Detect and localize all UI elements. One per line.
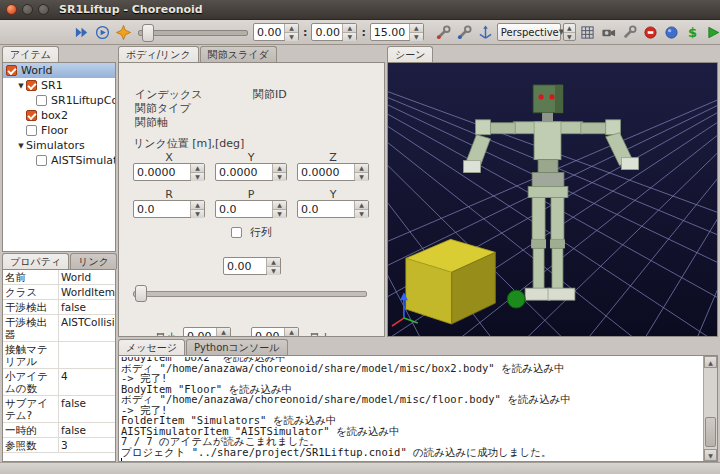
time-mid-value[interactable]: 0.00: [312, 24, 342, 40]
spin-down-icon[interactable]: ▼: [273, 210, 286, 218]
message-scrollbar[interactable]: ▲ ▼: [703, 356, 717, 461]
tab-property[interactable]: プロパティ: [2, 253, 69, 269]
joint-slider-handle[interactable]: [135, 285, 147, 302]
maximize-button[interactable]: [38, 4, 49, 15]
restore-initial-state-button[interactable]: [662, 23, 681, 42]
property-value[interactable]: 4: [59, 369, 115, 395]
spin-down-icon[interactable]: ▼: [564, 33, 575, 41]
spin-up-icon[interactable]: ▲: [564, 24, 575, 33]
item-checkbox[interactable]: [6, 65, 17, 76]
camera-selector[interactable]: Perspective ▼: [497, 23, 561, 41]
max-value[interactable]: 0.00: [252, 328, 284, 337]
axes-button[interactable]: [476, 23, 495, 42]
spin-up-icon[interactable]: ▲: [267, 258, 280, 267]
tab-python-console[interactable]: Pythonコンソール: [186, 339, 288, 355]
min-spinbox[interactable]: 0.00▲▼: [183, 327, 231, 337]
tree-item-aistsimulator[interactable]: AISTSimulator: [3, 153, 115, 168]
p-value[interactable]: 0.0: [216, 201, 272, 217]
z-value[interactable]: 0.0000: [298, 164, 354, 180]
tab-message[interactable]: メッセージ: [118, 339, 185, 355]
item-checkbox[interactable]: [36, 95, 47, 106]
edit-mode-button[interactable]: [434, 23, 453, 42]
x-spinbox[interactable]: 0.0000▲▼: [133, 163, 205, 181]
tree-item-simulators[interactable]: ▼Simulators: [3, 138, 115, 153]
spin-up-icon[interactable]: ▲: [285, 24, 298, 33]
spin-down-icon[interactable]: ▼: [267, 267, 280, 275]
min-value[interactable]: 0.00: [184, 328, 216, 337]
spin-down-icon[interactable]: ▼: [355, 210, 368, 218]
r-spinbox[interactable]: 0.0▲▼: [133, 200, 205, 218]
tab-items[interactable]: アイテム: [2, 46, 59, 62]
scene-viewport[interactable]: [387, 62, 718, 337]
play-button[interactable]: [93, 23, 112, 42]
camera-spinner[interactable]: ▲▼: [563, 23, 576, 41]
max-spinbox[interactable]: 0.00▲▼: [251, 327, 299, 337]
grid-toggle-button[interactable]: [578, 23, 597, 42]
pick-mode-button[interactable]: [455, 23, 474, 42]
spin-up-icon[interactable]: ▲: [191, 164, 204, 173]
item-checkbox[interactable]: [26, 110, 37, 121]
scroll-down-icon[interactable]: ▼: [704, 449, 717, 461]
property-value[interactable]: [59, 342, 115, 368]
tab-body-link[interactable]: ボディ/リンク: [118, 46, 199, 62]
time-current-spinbox[interactable]: 0.00 ▲▼: [253, 23, 299, 41]
z-spinbox[interactable]: 0.0000▲▼: [297, 163, 369, 181]
play-from-start-button[interactable]: [72, 23, 91, 42]
time-slider-groove[interactable]: [138, 30, 248, 36]
simulation-time-button[interactable]: $: [683, 23, 702, 42]
spin-up-icon[interactable]: ▲: [273, 164, 286, 173]
start-simulation-button[interactable]: [704, 23, 720, 42]
property-value[interactable]: AISTCollisi: [59, 315, 115, 341]
time-slider-handle[interactable]: [142, 24, 154, 42]
capture-button[interactable]: [599, 23, 618, 42]
spin-down-icon[interactable]: ▼: [273, 173, 286, 181]
spin-up-icon[interactable]: ▲: [191, 201, 204, 210]
scene-config-button[interactable]: [620, 23, 639, 42]
spin-down-icon[interactable]: ▼: [191, 210, 204, 218]
tab-scene[interactable]: シーン: [387, 46, 433, 62]
spin-down-icon[interactable]: ▼: [355, 173, 368, 181]
spin-up-icon[interactable]: ▲: [217, 328, 230, 337]
store-initial-state-button[interactable]: [641, 23, 660, 42]
spin-up-icon[interactable]: ▲: [273, 201, 286, 210]
time-range-value[interactable]: 15.00: [371, 24, 409, 40]
property-value[interactable]: WorldItem: [59, 285, 115, 299]
y-value[interactable]: 0.0000: [216, 164, 272, 180]
spin-up-icon[interactable]: ▲: [355, 201, 368, 210]
joint-slider-groove[interactable]: [133, 291, 367, 297]
tree-item-sr1[interactable]: ▼SR1: [3, 78, 115, 93]
scroll-up-icon[interactable]: ▲: [704, 356, 717, 368]
tree-item-floor[interactable]: Floor: [3, 123, 115, 138]
r-value[interactable]: 0.0: [134, 201, 190, 217]
yaw-spinbox[interactable]: 0.0▲▼: [297, 200, 369, 218]
tree-item-world[interactable]: World: [3, 63, 115, 78]
joint-value[interactable]: 0.00: [224, 258, 266, 274]
spin-down-icon[interactable]: ▼: [343, 33, 356, 41]
yaw-value[interactable]: 0.0: [298, 201, 354, 217]
spin-up-icon[interactable]: ▲: [285, 328, 298, 337]
spin-up-icon[interactable]: ▲: [355, 164, 368, 173]
close-button[interactable]: [6, 4, 17, 15]
item-checkbox[interactable]: [26, 80, 37, 91]
time-range-spinbox[interactable]: 15.00 ▲▼: [370, 23, 424, 41]
property-value[interactable]: false: [59, 300, 115, 314]
titlebar[interactable]: SR1Liftup - Choreonoid: [0, 0, 720, 20]
item-checkbox[interactable]: [26, 125, 37, 136]
spin-up-icon[interactable]: ▲: [343, 24, 356, 33]
property-value[interactable]: 3: [59, 438, 115, 452]
spin-up-icon[interactable]: ▲: [410, 24, 423, 33]
matrix-checkbox[interactable]: [231, 227, 242, 238]
tab-joint-slider[interactable]: 関節スライダ: [200, 46, 277, 62]
item-tree[interactable]: World▼SR1SR1LiftupContrbox2Floor▼Simulat…: [2, 62, 116, 252]
time-mid-spinbox[interactable]: 0.00 ▲▼: [311, 23, 357, 41]
y-spinbox[interactable]: 0.0000▲▼: [215, 163, 287, 181]
item-checkbox[interactable]: [36, 155, 47, 166]
tree-item-sr1liftupcontr[interactable]: SR1LiftupContr: [3, 93, 115, 108]
joint-slider[interactable]: [133, 285, 367, 301]
spin-down-icon[interactable]: ▼: [285, 33, 298, 41]
minimize-button[interactable]: [22, 4, 33, 15]
joint-value-spinbox[interactable]: 0.00▲▼: [223, 257, 281, 275]
time-slider[interactable]: [138, 23, 248, 41]
spin-down-icon[interactable]: ▼: [410, 33, 423, 41]
green-ball[interactable]: [507, 290, 525, 308]
